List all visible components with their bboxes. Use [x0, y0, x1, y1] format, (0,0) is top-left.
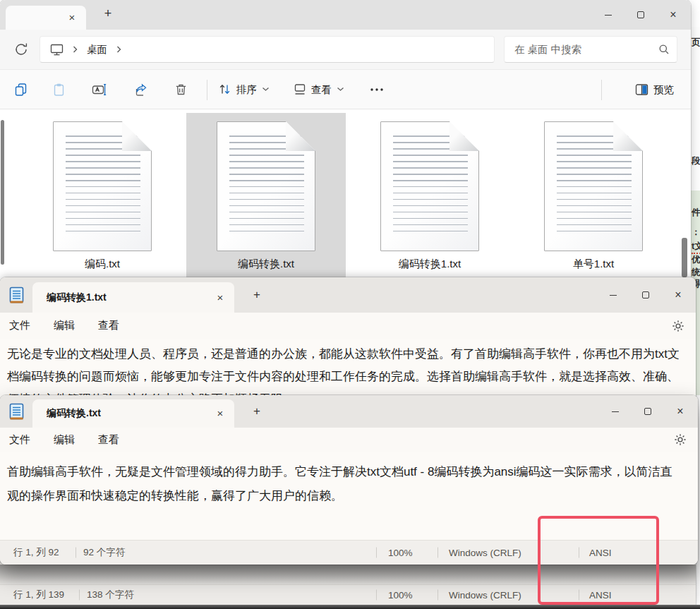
sliver-text: 页: [692, 37, 700, 49]
maximize-button[interactable]: [632, 395, 664, 428]
status-line-col: 行 1, 列 92: [13, 541, 59, 565]
explorer-tab[interactable]: ×: [6, 6, 86, 30]
minimize-button[interactable]: [597, 277, 629, 313]
preview-button[interactable]: 预览: [635, 83, 674, 96]
file-item-selected[interactable]: 编码转换.txt: [186, 113, 346, 278]
more-options-button[interactable]: [370, 88, 384, 92]
close-button[interactable]: ×: [662, 277, 694, 313]
more-icon: [370, 88, 384, 92]
menu-edit[interactable]: 编辑: [54, 433, 75, 447]
status-zoom[interactable]: 100%: [388, 585, 413, 605]
notepad-tab[interactable]: 编码转换1.txt ×: [32, 282, 234, 313]
chevron-down-icon: [337, 87, 344, 92]
close-tab-icon[interactable]: ×: [213, 291, 227, 305]
scrollbar-thumb[interactable]: [682, 238, 687, 277]
new-tab-button[interactable]: +: [99, 4, 117, 23]
toolbar-separator: [207, 80, 207, 100]
copy-icon: [14, 83, 28, 96]
close-icon: ×: [670, 9, 676, 20]
status-separator: [76, 548, 76, 558]
text-file-icon: [217, 121, 315, 251]
preview-label: 预览: [653, 83, 674, 96]
file-name: 编码.txt: [23, 258, 182, 271]
notepad-tab-title: 编码转换1.txt: [47, 291, 107, 304]
view-button[interactable]: 查看: [294, 83, 344, 96]
rename-icon: [92, 83, 107, 96]
file-name: 编码转换.txt: [186, 258, 346, 271]
maximize-button[interactable]: [624, 0, 657, 30]
menu-edit[interactable]: 编辑: [54, 319, 75, 332]
sort-button[interactable]: 排序: [218, 83, 270, 96]
search-input[interactable]: [514, 44, 658, 55]
text-file-icon: [544, 121, 643, 251]
sliver-text: 段: [692, 155, 700, 167]
view-icon: [294, 83, 306, 96]
status-zoom[interactable]: 100%: [388, 541, 413, 565]
text-file-icon: [380, 121, 479, 251]
annotation-rectangle: [538, 516, 659, 605]
sliver-text: 件: [692, 207, 700, 219]
preview-icon: [635, 83, 648, 95]
delete-button[interactable]: [174, 83, 188, 96]
chevron-right-icon: [116, 45, 122, 54]
close-button[interactable]: ×: [657, 0, 689, 30]
refresh-button[interactable]: [13, 41, 30, 58]
close-tab-icon[interactable]: ×: [213, 406, 227, 421]
text-line: 观的操作界面和快速稳定的转换性能，赢得了广大用户的信赖。: [7, 484, 691, 508]
paste-button[interactable]: [52, 83, 66, 96]
status-line-col: 行 1, 列 139: [13, 585, 64, 605]
file-item[interactable]: 编码转换1.txt: [350, 113, 509, 278]
rename-button[interactable]: [92, 83, 107, 96]
menu-file[interactable]: 文件: [9, 433, 30, 447]
minimize-icon: [610, 295, 617, 296]
close-icon: ×: [675, 289, 681, 301]
copy-button[interactable]: [14, 83, 28, 96]
menu-view[interactable]: 查看: [98, 319, 119, 332]
sort-label: 排序: [236, 83, 257, 96]
file-name: 编码转换1.txt: [350, 258, 509, 271]
settings-button[interactable]: [674, 433, 687, 446]
notepad-tab[interactable]: 编码转换.txt ×: [32, 399, 234, 428]
menu-view[interactable]: 查看: [98, 433, 119, 447]
status-separator: [376, 548, 377, 558]
settings-button[interactable]: [672, 320, 684, 332]
notepad-tab-bar: 编码转换.txt × + ×: [0, 395, 698, 428]
text-line: 档编码转换的问题而烦恼，能够更加专注于文件内容的处理和工作任务的完成。选择首助编…: [7, 366, 689, 388]
text-file-icon: [53, 121, 152, 251]
explorer-navigation-bar: 桌面: [0, 30, 691, 69]
file-item[interactable]: 编码.txt: [23, 113, 182, 278]
maximize-button[interactable]: [629, 277, 662, 313]
new-tab-button[interactable]: +: [248, 403, 265, 420]
sliver-text: ：: [692, 227, 700, 239]
explorer-tab-bar: × + ×: [0, 0, 691, 30]
chevron-down-icon: [262, 87, 270, 92]
new-tab-button[interactable]: +: [248, 287, 265, 303]
scrollbar-thumb[interactable]: [1, 120, 4, 265]
search-box[interactable]: [504, 36, 677, 63]
status-separator: [438, 548, 438, 558]
status-eol[interactable]: Windows (CRLF): [449, 541, 521, 565]
toolbar-separator: [601, 80, 602, 100]
close-button[interactable]: ×: [664, 395, 696, 428]
share-button[interactable]: [134, 83, 148, 96]
status-char-count: 92 个字符: [83, 541, 125, 565]
gear-icon: [674, 433, 687, 446]
file-item[interactable]: 单号1.txt: [514, 113, 673, 278]
search-icon: [658, 44, 670, 55]
minimize-icon: [605, 15, 612, 16]
explorer-toolbar: 排序 查看 预览: [0, 69, 691, 109]
status-eol[interactable]: Windows (CRLF): [449, 585, 521, 605]
minimize-button[interactable]: [599, 395, 632, 428]
file-explorer-window: × + × 桌面: [0, 0, 691, 282]
chevron-right-icon: [72, 45, 78, 54]
menu-file[interactable]: 文件: [9, 319, 30, 332]
this-pc-icon: [50, 44, 64, 56]
status-separator: [438, 590, 438, 601]
view-label: 查看: [311, 83, 332, 96]
share-icon: [134, 83, 148, 96]
breadcrumb-desktop[interactable]: 桌面: [87, 43, 107, 56]
status-separator: [376, 590, 377, 601]
address-bar[interactable]: 桌面: [40, 36, 495, 63]
close-tab-icon[interactable]: ×: [65, 11, 79, 25]
minimize-button[interactable]: [592, 0, 624, 30]
